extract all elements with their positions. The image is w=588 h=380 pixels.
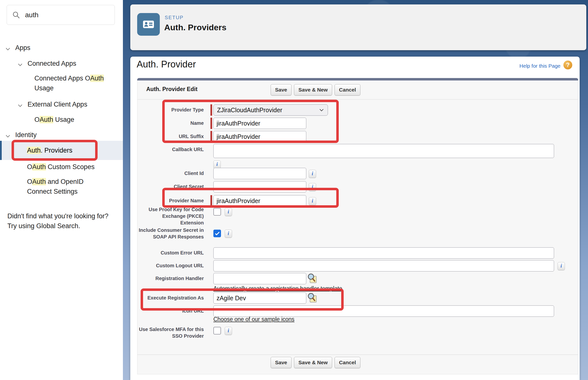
header-title: Auth. Providers xyxy=(164,23,226,32)
chevron-down-icon xyxy=(5,132,11,142)
cancel-button[interactable]: Cancel xyxy=(335,84,360,95)
sidebar-item-label: Connected Apps OAuth Usage xyxy=(35,73,111,93)
save-button[interactable]: Save xyxy=(271,84,292,95)
callback-url-input[interactable] xyxy=(213,144,554,158)
sidebar-search[interactable] xyxy=(7,5,115,25)
mfa-checkbox[interactable] xyxy=(213,327,221,334)
field-label-mfa: Use Salesforce MFA for this SSO Provider xyxy=(138,326,204,339)
label-segment: Usage xyxy=(53,116,74,123)
field-label-callback-url: Callback URL xyxy=(138,146,204,153)
auth-provider-edit-section: Auth. Provider Edit Save Save & New Canc… xyxy=(137,78,578,374)
sidebar-item-connected-apps[interactable]: Connected Apps xyxy=(0,58,123,70)
save-and-new-button[interactable]: Save & New xyxy=(294,84,332,95)
provider-type-select[interactable]: ZJiraCloudAuthProvider xyxy=(213,104,328,116)
chevron-down-icon xyxy=(319,107,324,113)
label-segment-highlight: Auth xyxy=(32,163,46,171)
search-icon xyxy=(12,11,20,19)
label-segment: Usage xyxy=(35,84,53,92)
label-segment: O xyxy=(27,163,32,171)
field-label-registration-handler: Registration Handler xyxy=(138,275,204,282)
client-id-input[interactable] xyxy=(213,168,306,179)
sidebar-item-connected-apps-oauth-usage[interactable]: Connected Apps OAuth Usage xyxy=(0,73,123,93)
sidebar-item-label: External Client Apps xyxy=(28,99,87,109)
field-label-pkce: Use Proof Key for Code Exchange (PKCE) E… xyxy=(138,206,204,226)
cancel-button[interactable]: Cancel xyxy=(335,357,360,368)
section-divider xyxy=(138,354,578,355)
info-icon[interactable]: i xyxy=(309,197,316,205)
id-card-icon xyxy=(142,18,155,31)
required-indicator xyxy=(210,195,212,207)
selected-accent-bar xyxy=(0,141,2,160)
soap-secret-checkbox[interactable] xyxy=(213,230,221,237)
chevron-down-icon xyxy=(17,60,23,70)
sidebar-item-external-client-apps[interactable]: External Client Apps xyxy=(0,99,123,111)
sample-icons-link[interactable]: Choose one of our sample icons xyxy=(213,316,294,323)
field-label-client-secret: Client Secret xyxy=(138,183,204,190)
info-icon[interactable]: i xyxy=(557,262,565,270)
check-icon xyxy=(214,231,220,237)
content-card: Auth. Provider Help for this Page ? Auth… xyxy=(130,57,580,380)
search-input[interactable] xyxy=(25,11,107,19)
lookup-icon[interactable] xyxy=(307,273,317,284)
field-label-execute-registration-as: Execute Registration As xyxy=(138,295,204,301)
required-indicator xyxy=(210,104,212,116)
info-icon[interactable]: i xyxy=(225,327,232,335)
sidebar-item-identity[interactable]: Identity xyxy=(0,130,123,142)
sidebar-item-label: Connected Apps xyxy=(28,58,76,68)
info-icon[interactable]: i xyxy=(309,170,316,178)
sidebar-item-label: Apps xyxy=(15,43,31,53)
sidebar-item-apps[interactable]: Apps xyxy=(0,43,123,55)
info-icon[interactable]: i xyxy=(213,160,221,169)
chevron-down-icon xyxy=(5,45,11,55)
sidebar-item-auth-providers-selected[interactable]: Auth. Providers xyxy=(0,141,123,160)
field-label-name: Name xyxy=(138,120,204,127)
page-title: Auth. Provider xyxy=(137,59,196,70)
provider-name-input[interactable] xyxy=(213,195,306,207)
field-label-soap-secret: Include Consumer Secret in SOAP API Resp… xyxy=(138,227,204,240)
required-indicator xyxy=(210,131,212,142)
help-for-this-page-link[interactable]: Help for this Page xyxy=(519,63,560,69)
required-indicator xyxy=(210,118,212,129)
field-label-provider-name: Provider Name xyxy=(138,197,204,204)
name-input[interactable] xyxy=(213,118,306,129)
bottom-button-row: Save Save & New Cancel xyxy=(271,357,360,368)
sidebar-footer-text: Didn't find what you're looking for? Try… xyxy=(7,211,113,231)
sidebar-item-oauth-openid-settings[interactable]: OAuth and OpenID Connect Settings xyxy=(0,177,123,196)
info-icon[interactable]: i xyxy=(309,183,316,191)
field-label-custom-logout-url: Custom Logout URL xyxy=(138,262,204,269)
setup-header-card: SETUP Auth. Providers xyxy=(130,4,586,50)
sidebar-item-oauth-usage[interactable]: OAuth Usage xyxy=(0,115,123,125)
custom-error-url-input[interactable] xyxy=(213,247,554,259)
custom-logout-url-input[interactable] xyxy=(213,260,554,271)
label-segment-highlight: Auth xyxy=(27,147,41,154)
setup-sidebar: Apps Connected Apps Connected Apps OAuth… xyxy=(0,0,123,380)
create-registration-handler-link[interactable]: Automatically create a registration hand… xyxy=(213,285,342,292)
save-button[interactable]: Save xyxy=(271,357,292,368)
sidebar-item-label: Identity xyxy=(15,130,37,140)
label-segment-highlight: Auth xyxy=(40,116,53,123)
icon-url-input[interactable] xyxy=(213,305,554,317)
client-secret-input[interactable] xyxy=(213,181,306,192)
label-segment: Connected Apps O xyxy=(35,75,90,82)
label-segment-highlight: Auth xyxy=(90,75,104,82)
help-question-icon[interactable]: ? xyxy=(563,60,572,69)
info-icon[interactable]: i xyxy=(225,208,232,216)
registration-handler-input[interactable] xyxy=(213,273,306,284)
execute-registration-as-input[interactable] xyxy=(213,292,306,304)
section-top-bar xyxy=(137,78,578,80)
edit-form: Provider Type ZJiraCloudAuthProvider Nam… xyxy=(138,99,578,375)
field-label-url-suffix: URL Suffix xyxy=(138,133,204,140)
save-and-new-button[interactable]: Save & New xyxy=(294,357,332,368)
sidebar-item-label: Auth. Providers xyxy=(27,145,72,155)
sidebar-item-label: OAuth and OpenID Connect Settings xyxy=(27,177,108,196)
field-label-icon-url: Icon URL xyxy=(138,308,204,314)
sidebar-item-oauth-custom-scopes[interactable]: OAuth Custom Scopes xyxy=(0,162,123,172)
sidebar-item-label: OAuth Usage xyxy=(35,115,74,125)
lookup-icon[interactable] xyxy=(307,292,317,303)
pkce-checkbox[interactable] xyxy=(213,208,221,216)
info-icon[interactable]: i xyxy=(225,230,232,238)
chevron-down-icon xyxy=(17,101,23,111)
main-area: SETUP Auth. Providers Auth. Provider Hel… xyxy=(123,0,588,380)
auth-providers-tile xyxy=(137,13,160,36)
url-suffix-input[interactable] xyxy=(213,131,306,142)
